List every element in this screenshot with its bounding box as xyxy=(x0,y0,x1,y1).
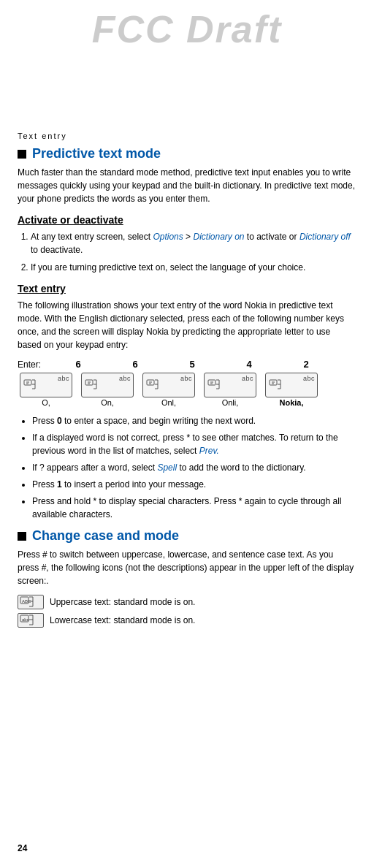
options-link[interactable]: Options xyxy=(153,232,183,242)
keypad-icon-5: abc xyxy=(265,373,318,397)
press-0-bold: 0 xyxy=(57,416,62,426)
keypad-word-4: Onli, xyxy=(222,398,239,407)
activate-heading: Activate or deactivate xyxy=(18,214,356,226)
keypad-abc-4: abc xyxy=(242,375,253,382)
enter-row: Enter: 6 6 5 4 2 xyxy=(18,359,356,370)
text-entry-sub-heading: Text entry xyxy=(18,283,356,294)
keypad-icon-4: abc xyxy=(204,373,256,397)
keypad-abc-2: abc xyxy=(119,375,131,382)
activate-text-end: to deactivate. xyxy=(31,245,83,255)
enter-num-5: 5 xyxy=(164,359,221,370)
lowercase-icon-svg: abc xyxy=(20,614,42,626)
keypad-icon-1: abc xyxy=(20,373,72,397)
dictionary-off-link[interactable]: Dictionary off xyxy=(299,232,351,242)
page-number: 24 xyxy=(18,843,27,853)
activate-list-item-2: If you are turning predictive text on, s… xyxy=(31,261,356,274)
keypad-cell-5: abc Nokia, xyxy=(263,373,320,407)
keypad-icon-3: abc xyxy=(142,373,195,397)
uppercase-text: Uppercase text: standard mode is on. xyxy=(50,596,195,609)
keypad-svg-4 xyxy=(207,378,222,392)
keypad-abc-1: abc xyxy=(58,375,69,382)
keypad-svg-3 xyxy=(146,378,161,392)
change-case-heading: Change case and mode xyxy=(32,528,179,544)
bullet-list: Press 0 to enter a space, and begin writ… xyxy=(18,414,356,521)
predictive-body: Much faster than the standard mode metho… xyxy=(18,166,356,205)
change-case-body: Press # to switch between uppercase, low… xyxy=(18,548,356,587)
section-label: Text entry xyxy=(18,132,356,140)
keypad-cell-4: abc Onli, xyxy=(202,373,259,407)
svg-text:abc: abc xyxy=(22,617,29,622)
keypad-word-3: Onl, xyxy=(161,398,176,407)
spell-link[interactable]: Spell xyxy=(157,462,177,473)
lowercase-icon-box: abc xyxy=(18,613,44,628)
activate-text-mid: > xyxy=(183,232,194,242)
black-square-icon xyxy=(18,150,26,159)
uppercase-icon-box: ABC xyxy=(18,595,44,609)
bullet-item-3: If ? appears after a word, select Spell … xyxy=(32,461,356,474)
uppercase-icon-svg: ABC xyxy=(20,596,42,608)
prev-link[interactable]: Prev. xyxy=(199,446,219,456)
predictive-heading: Predictive text mode xyxy=(32,146,161,161)
bullet-item-5: Press and hold * to display special char… xyxy=(32,495,356,521)
keypad-cell-2: abc On, xyxy=(79,373,136,407)
keypad-row: abc O, abc On, xyxy=(18,373,356,407)
enter-num-4: 4 xyxy=(221,359,278,370)
black-square-icon-2 xyxy=(18,532,26,541)
enter-num-6b: 6 xyxy=(107,359,164,370)
bullet-item-4: Press 1 to insert a period into your mes… xyxy=(32,478,356,491)
activate-item2-text: If you are turning predictive text on, s… xyxy=(31,262,305,273)
keypad-word-5: Nokia, xyxy=(279,398,303,407)
keypad-abc-5: abc xyxy=(303,375,315,382)
activate-text-before: At any text entry screen, select xyxy=(31,232,153,242)
keypad-word-2: On, xyxy=(101,398,114,407)
enter-num-6a: 6 xyxy=(50,359,107,370)
keypad-svg-5 xyxy=(269,378,283,392)
keypad-svg-1 xyxy=(23,378,38,392)
enter-num-2: 2 xyxy=(278,359,335,370)
fcc-draft-watermark: FCC Draft xyxy=(0,0,374,58)
enter-numbers: 6 6 5 4 2 xyxy=(50,359,335,370)
lowercase-text: Lowercase text: standard mode is on. xyxy=(50,614,195,627)
keypad-cell-3: abc Onl, xyxy=(140,373,197,407)
press-1-bold: 1 xyxy=(57,479,62,490)
activate-list-item-1: At any text entry screen, select Options… xyxy=(31,230,356,256)
keypad-svg-2 xyxy=(85,378,99,392)
dictionary-on-link[interactable]: Dictionary on xyxy=(193,232,244,242)
activate-list: At any text entry screen, select Options… xyxy=(18,230,356,274)
icon-row-lowercase: abc Lowercase text: standard mode is on. xyxy=(18,613,356,628)
keypad-icon-2: abc xyxy=(81,373,134,397)
enter-label: Enter: xyxy=(18,359,45,370)
activate-text-after: to activate or xyxy=(245,232,299,242)
bullet-item-1: Press 0 to enter a space, and begin writ… xyxy=(32,414,356,427)
bullet-item-2: If a displayed word is not correct, pres… xyxy=(32,431,356,457)
keypad-cell-1: abc O, xyxy=(18,373,75,407)
keypad-word-1: O, xyxy=(42,398,50,407)
change-case-heading-row: Change case and mode xyxy=(18,528,356,544)
predictive-heading-row: Predictive text mode xyxy=(18,146,356,161)
text-entry-body: The following illustration shows your te… xyxy=(18,299,356,351)
keypad-abc-3: abc xyxy=(180,375,192,382)
icon-row-uppercase: ABC Uppercase text: standard mode is on. xyxy=(18,595,356,609)
